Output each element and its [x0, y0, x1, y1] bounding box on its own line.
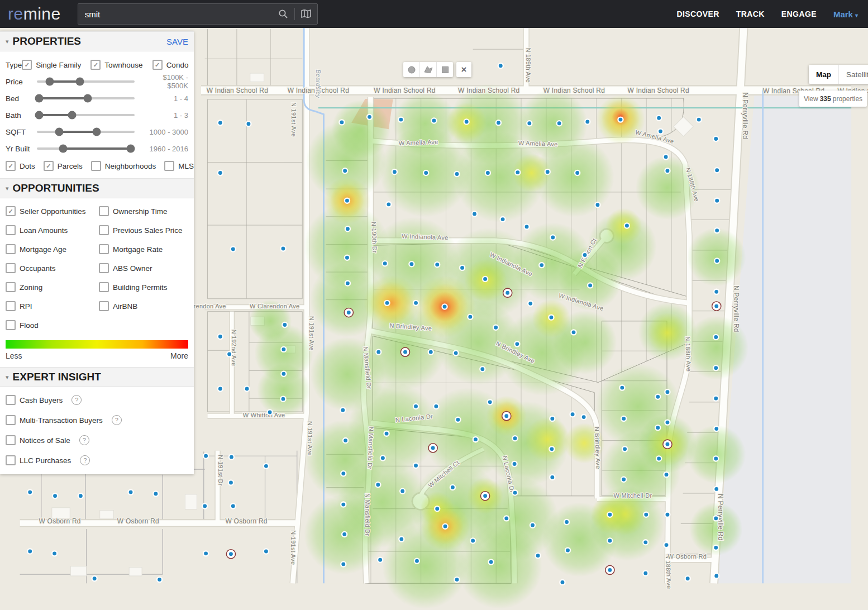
checkbox-checked-icon[interactable]: ✓	[152, 60, 163, 70]
property-dot[interactable]	[342, 532, 347, 537]
property-dot[interactable]	[496, 120, 501, 125]
checkbox-occupants[interactable]: Occupants	[6, 263, 99, 273]
property-dot[interactable]	[450, 485, 455, 490]
property-dot[interactable]	[658, 129, 663, 134]
property-dot[interactable]	[246, 121, 251, 126]
property-dot[interactable]	[504, 413, 509, 418]
property-dot[interactable]	[581, 414, 586, 420]
property-dot[interactable]	[78, 493, 83, 498]
property-dot[interactable]	[470, 538, 475, 543]
property-dot[interactable]	[530, 523, 535, 528]
property-dot[interactable]	[607, 512, 612, 517]
slider-handle-min[interactable]	[59, 145, 68, 153]
property-dot[interactable]	[489, 560, 494, 565]
property-dot[interactable]	[398, 117, 403, 122]
property-dot[interactable]	[27, 549, 32, 554]
property-dot[interactable]	[345, 198, 350, 203]
view-properties-button[interactable]: View335properties	[799, 90, 867, 107]
property-dot[interactable]	[483, 493, 488, 498]
property-dot[interactable]	[528, 301, 533, 306]
property-dot[interactable]	[665, 168, 670, 173]
checkbox-multi-transaction-buyers[interactable]: Multi-Transaction Buyers?	[6, 415, 188, 425]
property-dot[interactable]	[582, 252, 587, 258]
slider-handle-max[interactable]	[92, 128, 101, 136]
checkbox-rpi[interactable]: RPI	[6, 301, 99, 311]
property-dot[interactable]	[280, 397, 285, 402]
rectangle-tool-button[interactable]	[437, 62, 453, 77]
property-dot[interactable]	[539, 263, 544, 268]
nav-discover[interactable]: DISCOVER	[677, 9, 719, 18]
slider-handle-min[interactable]	[55, 128, 64, 136]
property-dot[interactable]	[339, 120, 344, 125]
nav-engage[interactable]: ENGAGE	[781, 9, 817, 18]
property-dot[interactable]	[442, 304, 447, 309]
property-dot[interactable]	[713, 365, 718, 370]
property-dot[interactable]	[512, 461, 517, 466]
property-dot[interactable]	[228, 480, 233, 485]
slider-handle-max[interactable]	[68, 111, 77, 120]
checkbox-townhouse[interactable]: ✓Townhouse	[90, 60, 142, 70]
slider-handle-min[interactable]	[45, 78, 54, 86]
property-dot[interactable]	[403, 350, 408, 355]
property-dot[interactable]	[376, 350, 381, 355]
property-dot[interactable]	[380, 455, 385, 460]
property-dot[interactable]	[550, 235, 555, 240]
checkbox-mortgage-age[interactable]: Mortgage Age	[6, 244, 99, 254]
property-dot[interactable]	[227, 351, 232, 356]
collapse-caret-icon[interactable]: ▾	[6, 374, 9, 381]
save-button[interactable]: SAVE	[166, 37, 188, 46]
checkbox-icon[interactable]	[6, 395, 16, 405]
property-dot[interactable]	[624, 223, 629, 228]
property-dot[interactable]	[655, 425, 660, 430]
property-dot[interactable]	[665, 420, 670, 425]
circle-tool-button[interactable]	[403, 62, 419, 77]
checkbox-zoning[interactable]: Zoning	[6, 282, 99, 292]
property-dot[interactable]	[460, 265, 465, 270]
checkbox-icon[interactable]	[6, 282, 16, 292]
property-dot[interactable]	[535, 553, 540, 558]
property-dot[interactable]	[515, 170, 520, 175]
property-dot[interactable]	[268, 409, 273, 414]
checkbox-icon[interactable]	[6, 263, 16, 273]
property-dot[interactable]	[618, 117, 623, 122]
property-dot[interactable]	[565, 548, 570, 553]
property-dot[interactable]	[383, 261, 388, 266]
property-dot[interactable]	[409, 261, 414, 266]
checkbox-icon[interactable]	[6, 435, 16, 445]
property-dot[interactable]	[643, 512, 648, 517]
property-dot[interactable]	[498, 63, 503, 68]
property-dot[interactable]	[549, 446, 554, 451]
property-dot[interactable]	[504, 516, 509, 521]
property-dot[interactable]	[218, 386, 223, 391]
property-dot[interactable]	[714, 573, 719, 578]
help-icon[interactable]: ?	[112, 415, 122, 425]
property-dot[interactable]	[664, 542, 669, 547]
checkbox-llc-purchases[interactable]: LLC Purchases?	[6, 455, 188, 465]
map-icon[interactable]	[295, 4, 317, 24]
property-dot[interactable]	[665, 442, 670, 447]
map-type-satellite[interactable]: Satellite	[839, 65, 868, 84]
checkbox-icon[interactable]	[6, 455, 16, 465]
slider-track-yr-built[interactable]	[37, 147, 135, 150]
property-dot[interactable]	[202, 503, 207, 508]
checkbox-icon[interactable]	[99, 225, 109, 235]
property-dot[interactable]	[550, 475, 555, 480]
checkbox-mls[interactable]: MLS	[164, 161, 194, 171]
property-dot[interactable]	[512, 436, 517, 441]
checkbox-icon[interactable]	[6, 415, 16, 425]
property-dot[interactable]	[714, 228, 719, 233]
remine-logo[interactable]: remine	[8, 4, 61, 23]
opportunities-header[interactable]: ▾ OPPORTUNITIES	[0, 178, 194, 198]
property-dot[interactable]	[512, 490, 517, 495]
property-dot[interactable]	[621, 416, 626, 421]
property-dot[interactable]	[218, 170, 223, 175]
property-dot[interactable]	[228, 551, 233, 556]
nav-track[interactable]: TRACK	[736, 9, 765, 18]
property-dot[interactable]	[454, 577, 459, 582]
property-dot[interactable]	[714, 258, 719, 263]
property-dot[interactable]	[378, 557, 383, 563]
property-dot[interactable]	[27, 490, 32, 495]
user-menu[interactable]: Mark▾	[833, 9, 858, 19]
checkbox-loan-amounts[interactable]: Loan Amounts	[6, 225, 99, 235]
property-dot[interactable]	[264, 464, 269, 469]
